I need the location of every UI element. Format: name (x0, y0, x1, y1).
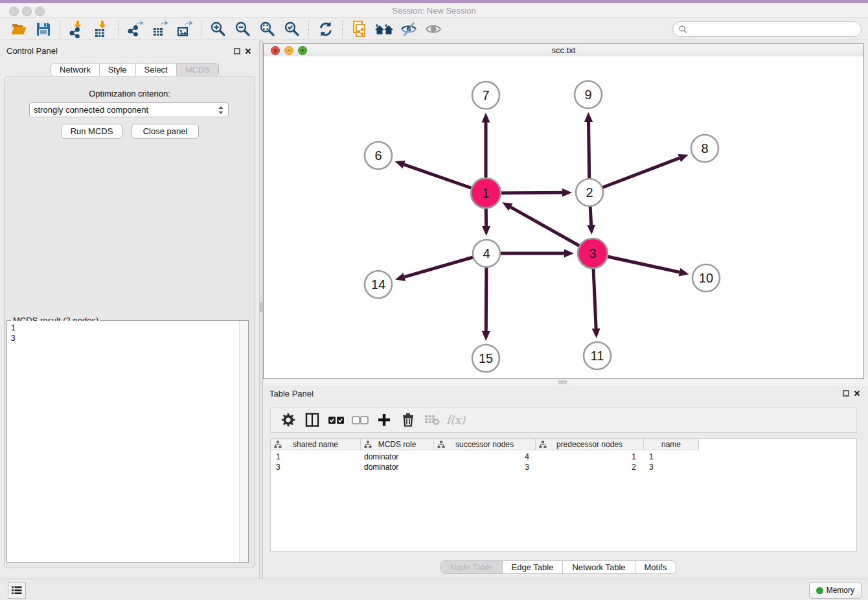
criterion-dropdown[interactable]: strongly connected component (29, 102, 229, 117)
graph-node-label: 9 (584, 87, 591, 102)
cell-mcds-role[interactable]: dominator (361, 452, 434, 462)
column-header-mcds-role[interactable]: MCDS role (361, 439, 434, 450)
open-session-icon[interactable] (6, 19, 31, 39)
cell-successor-nodes[interactable]: 4 (434, 452, 536, 462)
graph-node-label: 8 (701, 141, 708, 156)
table-settings-gear-icon[interactable] (276, 410, 300, 430)
cell-name[interactable]: 3 (644, 462, 699, 472)
table-row[interactable]: 3 dominator 3 2 3 (271, 462, 699, 472)
column-header-predecessor-nodes[interactable]: predecessor nodes (536, 439, 644, 450)
horizontal-divider-handle[interactable] (558, 380, 567, 384)
graph-node-label: 7 (482, 88, 489, 102)
tab-network-table[interactable]: Network Table (563, 561, 635, 573)
copy-network-icon[interactable] (347, 19, 372, 39)
tab-network[interactable]: Network (51, 63, 100, 76)
zoom-fit-icon[interactable] (255, 19, 280, 39)
export-table-icon[interactable] (148, 19, 172, 39)
search-input[interactable] (687, 24, 856, 34)
horizontal-split-divider[interactable] (263, 379, 868, 386)
table-panel-title: Table Panel (269, 389, 314, 398)
network-window-titlebar[interactable]: x – + scc.txt (264, 44, 863, 57)
save-session-icon[interactable] (31, 19, 56, 39)
show-graphics-details-icon[interactable] (421, 19, 446, 39)
graph-node-15[interactable]: 15 (472, 345, 499, 372)
home-icon[interactable] (372, 19, 396, 39)
zoom-in-icon[interactable] (206, 19, 231, 39)
column-header-shared-name[interactable]: shared name (271, 439, 361, 450)
tab-motifs[interactable]: Motifs (635, 561, 676, 573)
mcds-result-scrollbar[interactable] (239, 321, 248, 562)
session-title: Session: New Session (0, 6, 868, 16)
graph-node-label: 1 (482, 186, 489, 200)
task-history-button[interactable] (8, 582, 26, 599)
cell-predecessor-nodes[interactable]: 1 (536, 452, 644, 462)
import-table-icon[interactable] (89, 19, 114, 39)
tab-style[interactable]: Style (100, 63, 136, 76)
zoom-selected-icon[interactable] (280, 19, 304, 39)
show-columns-icon[interactable] (300, 410, 324, 430)
graph-node-10[interactable]: 10 (692, 264, 720, 292)
graph-node-2[interactable]: 2 (576, 179, 603, 206)
toolbar-separator (308, 21, 310, 38)
optimization-criterion-label: Optimization criterion: (4, 89, 255, 98)
cell-shared-name[interactable]: 1 (271, 452, 361, 462)
graph-node-label: 3 (589, 246, 596, 260)
hide-graphics-details-icon[interactable] (396, 19, 421, 39)
close-panel-button[interactable]: Close panel (131, 124, 199, 139)
network-window-title: scc.txt (264, 45, 863, 55)
mcds-result-list[interactable]: 1 3 (7, 321, 240, 562)
cell-mcds-role[interactable]: dominator (361, 462, 434, 472)
column-header-successor-nodes[interactable]: successor nodes (434, 439, 536, 450)
run-mcds-button[interactable]: Run MCDS (61, 124, 122, 139)
export-network-icon[interactable] (123, 19, 148, 39)
graph-node-6[interactable]: 6 (365, 142, 392, 169)
column-type-icon (274, 441, 282, 448)
delete-column-trash-icon[interactable] (396, 410, 420, 430)
tab-mcds[interactable]: MCDS (177, 63, 218, 76)
export-image-icon[interactable] (172, 19, 197, 39)
tab-select[interactable]: Select (136, 63, 177, 76)
graph-node-7[interactable]: 7 (472, 82, 499, 109)
float-panel-icon[interactable] (234, 48, 240, 54)
mcds-result-line: 1 (11, 323, 240, 333)
table-panel-tabs: Node Table Edge Table Network Table Moti… (440, 560, 676, 574)
graph-node-label: 4 (483, 246, 490, 260)
cell-name[interactable]: 1 (644, 452, 699, 462)
node-table-header: shared name MCDS role successor nodes pr… (271, 439, 699, 450)
tab-node-table[interactable]: Node Table (441, 561, 503, 573)
select-all-icon[interactable] (324, 410, 348, 430)
delete-table-icon[interactable] (420, 410, 444, 430)
import-network-icon[interactable] (65, 19, 89, 39)
table-row[interactable]: 1 dominator 4 1 1 (271, 452, 699, 462)
tab-edge-table[interactable]: Edge Table (503, 561, 564, 573)
graph-node-9[interactable]: 9 (575, 81, 602, 108)
memory-button[interactable]: Memory (809, 582, 862, 599)
close-panel-icon[interactable] (245, 48, 251, 54)
close-table-panel-icon[interactable] (854, 390, 860, 397)
search-box[interactable] (672, 21, 862, 37)
function-builder-icon[interactable]: f(x) (446, 413, 465, 426)
graph-node-8[interactable]: 8 (691, 135, 718, 162)
network-window: x – + scc.txt 7968124314101511 (263, 43, 864, 379)
deselect-all-icon[interactable] (348, 410, 372, 430)
graph-node-4[interactable]: 4 (473, 240, 500, 267)
column-header-name[interactable]: name (644, 439, 699, 450)
graph-edge-arrowhead (562, 189, 572, 197)
network-canvas[interactable]: 7968124314101511 (264, 56, 863, 378)
vertical-divider-handle[interactable] (260, 302, 262, 312)
column-type-icon (437, 441, 445, 448)
memory-label: Memory (827, 586, 854, 595)
graph-node-11[interactable]: 11 (584, 342, 611, 369)
refresh-icon[interactable] (314, 19, 338, 39)
graph-node-3[interactable]: 3 (578, 238, 608, 268)
graph-node-1[interactable]: 1 (471, 178, 501, 208)
cell-successor-nodes[interactable]: 3 (434, 462, 536, 472)
zoom-out-icon[interactable] (231, 19, 255, 39)
toolbar-separator (60, 21, 61, 38)
create-column-icon[interactable] (372, 410, 396, 430)
cell-predecessor-nodes[interactable]: 2 (536, 462, 644, 472)
float-table-panel-icon[interactable] (843, 390, 849, 397)
graph-node-14[interactable]: 14 (365, 271, 392, 298)
cell-shared-name[interactable]: 3 (271, 462, 361, 472)
graph-edge-arrowhead (482, 331, 490, 341)
